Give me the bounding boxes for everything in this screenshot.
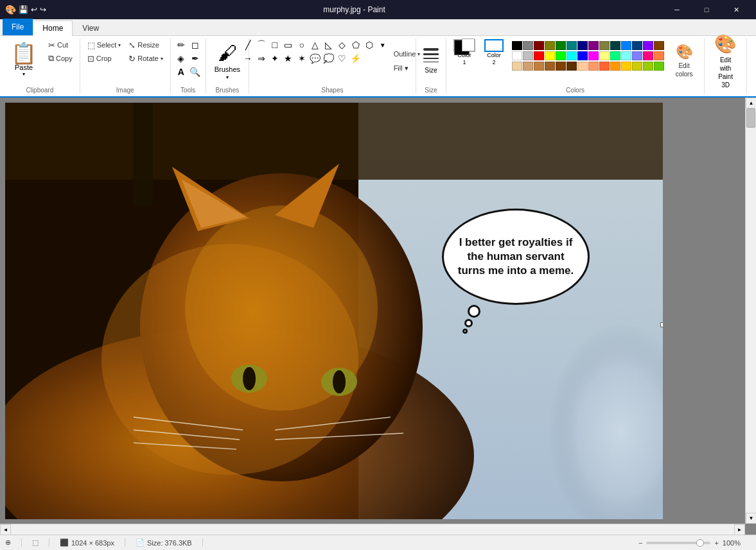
color-hotpink[interactable]: [643, 51, 653, 60]
rect-tool[interactable]: □: [268, 39, 281, 51]
save-icon[interactable]: 💾: [19, 5, 28, 14]
color-grass[interactable]: [654, 62, 664, 71]
color-darkyellow[interactable]: [599, 41, 610, 50]
round-rect-tool[interactable]: ▭: [282, 39, 295, 51]
color-picker-tool[interactable]: ✒: [189, 52, 202, 65]
minimize-button[interactable]: ─: [662, 0, 692, 19]
color-blue[interactable]: [621, 41, 631, 50]
color-yellow[interactable]: [545, 51, 555, 60]
callout1-tool[interactable]: 💬: [309, 52, 322, 65]
color-orange[interactable]: [654, 51, 664, 60]
paste-top[interactable]: 📋 Paste ▾: [6, 40, 41, 80]
resize-button[interactable]: ⤡ Resize: [125, 39, 166, 51]
color-teal[interactable]: [567, 41, 577, 50]
color-lightyellow[interactable]: [599, 51, 610, 60]
color-red[interactable]: [534, 51, 544, 60]
color1-box[interactable]: Color1: [450, 39, 479, 67]
text-tool[interactable]: A: [175, 65, 188, 78]
diamond-tool[interactable]: ◇: [336, 39, 349, 51]
color-amber[interactable]: [610, 62, 620, 71]
color-navy[interactable]: [577, 41, 588, 50]
color-brown[interactable]: [654, 41, 664, 50]
rotate-button[interactable]: ↻ Rotate ▾: [125, 52, 166, 65]
color-salmon[interactable]: [588, 62, 599, 71]
star4-tool[interactable]: ✦: [268, 52, 281, 65]
color-lightcyan[interactable]: [621, 51, 631, 60]
zoom-tool[interactable]: 🔍: [189, 65, 202, 78]
lightning-tool[interactable]: ⚡: [349, 52, 362, 65]
zoom-slider[interactable]: [646, 542, 710, 544]
tab-file[interactable]: File: [3, 19, 33, 35]
color-tan5[interactable]: [556, 62, 566, 71]
color-coral[interactable]: [599, 62, 610, 71]
color-white[interactable]: [512, 51, 522, 60]
color-darkteal[interactable]: [610, 41, 620, 50]
edit-paint3d-button[interactable]: 🎨 Edit withPaint 3D: [708, 39, 743, 83]
heart-tool[interactable]: ♡: [336, 52, 349, 65]
scroll-down-button[interactable]: ▼: [746, 513, 756, 524]
color2-box[interactable]: Color2: [480, 39, 508, 67]
tab-view[interactable]: View: [73, 21, 109, 35]
crop-button[interactable]: ⊡ Crop: [84, 52, 125, 65]
color-gray[interactable]: [523, 41, 533, 50]
color-tan3[interactable]: [534, 62, 544, 71]
color-peach[interactable]: [577, 62, 588, 71]
close-button[interactable]: ✕: [721, 0, 751, 19]
right-triangle-tool[interactable]: ◺: [322, 39, 335, 51]
color-tan2[interactable]: [523, 62, 533, 71]
maximize-button[interactable]: □: [692, 0, 721, 19]
pencil-tool[interactable]: ✏: [175, 39, 188, 51]
cut-button[interactable]: ✂ Cut: [45, 39, 76, 51]
zoom-thumb[interactable]: [696, 539, 704, 547]
shapes-more[interactable]: ▼: [376, 39, 389, 51]
scroll-right-button[interactable]: ►: [734, 524, 745, 535]
color-green[interactable]: [556, 41, 566, 50]
scrollbar-vertical[interactable]: ▲ ▼: [745, 98, 756, 524]
callout2-tool[interactable]: 💭: [322, 52, 335, 65]
scroll-up-button[interactable]: ▲: [746, 98, 756, 108]
scrollbar-horizontal[interactable]: ◄ ►: [0, 524, 745, 535]
color-violet[interactable]: [643, 41, 653, 50]
color-gold[interactable]: [621, 62, 631, 71]
eraser-tool[interactable]: ◻: [189, 39, 202, 51]
zoom-plus-button[interactable]: +: [714, 539, 718, 547]
color-olive[interactable]: [545, 41, 555, 50]
size-button[interactable]: Size: [420, 39, 442, 83]
line-tool[interactable]: ╱: [242, 39, 254, 51]
resize-handle-right[interactable]: [660, 322, 663, 327]
pentagon-tool[interactable]: ⬠: [349, 39, 362, 51]
arrow-tool[interactable]: →: [242, 52, 254, 65]
edit-colors-button[interactable]: 🎨 Editcolors: [668, 39, 700, 83]
canvas-area[interactable]: I better get royalties if the human serv…: [5, 103, 741, 519]
zoom-minus-button[interactable]: −: [638, 539, 642, 547]
color-purple[interactable]: [588, 41, 599, 50]
curve-tool[interactable]: ⌒: [255, 39, 268, 51]
brushes-button[interactable]: 🖌 Brushes ▾: [210, 39, 245, 83]
select-button[interactable]: ⬚ Select ▾: [84, 39, 125, 51]
color-darkblue[interactable]: [632, 41, 642, 50]
color-tan1[interactable]: [512, 62, 522, 71]
paint-canvas[interactable]: I better get royalties if the human serv…: [5, 103, 663, 519]
undo-icon[interactable]: ↩: [31, 5, 37, 14]
color-cyan[interactable]: [567, 51, 577, 60]
star6-tool[interactable]: ✶: [295, 52, 308, 65]
paste-button[interactable]: 📋 Paste ▾: [4, 39, 44, 82]
color-tan4[interactable]: [545, 62, 555, 71]
ellipse-tool[interactable]: ○: [295, 39, 308, 51]
fill-tool[interactable]: ◈: [175, 52, 188, 65]
color-lime[interactable]: [556, 51, 566, 60]
copy-button[interactable]: ⧉ Copy: [45, 52, 76, 65]
color-tan6[interactable]: [567, 62, 577, 71]
color-springgreen[interactable]: [610, 51, 620, 60]
tab-home[interactable]: Home: [33, 21, 73, 36]
scroll-thumb-v[interactable]: [746, 108, 755, 128]
color-silver[interactable]: [523, 51, 533, 60]
color-black[interactable]: [512, 41, 522, 50]
color-lightblue[interactable]: [632, 51, 642, 60]
color-brightblue[interactable]: [577, 51, 588, 60]
color-darkred[interactable]: [534, 41, 544, 50]
arrow2-tool[interactable]: ⇒: [255, 52, 268, 65]
product-alert-button[interactable]: ℹ Productalert: [751, 39, 756, 83]
star5-tool[interactable]: ★: [282, 52, 295, 65]
color-magenta[interactable]: [588, 51, 599, 60]
